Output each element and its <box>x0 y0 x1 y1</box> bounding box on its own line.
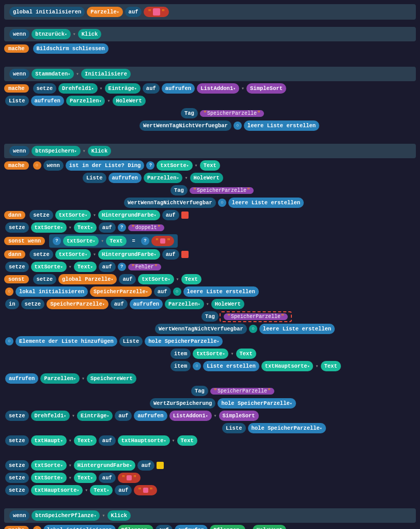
parzelle-var[interactable]: Parzelle <box>87 7 122 17</box>
auf-keyword: auf <box>125 7 142 17</box>
eintraege-pill[interactable]: Einträge <box>105 83 141 94</box>
pflanzen2-pill[interactable]: Pflanzen <box>210 525 245 529</box>
sonst-row: sonst setze global Parzelle auf txtSorte… <box>4 274 416 285</box>
text-sonst-1[interactable]: Text <box>181 274 201 284</box>
leere-liste-pill-2[interactable]: leere Liste erstellen <box>228 198 304 208</box>
text-sw-1[interactable]: Text <box>106 236 126 246</box>
holewert-pflanze-pill[interactable]: HoleWert <box>253 525 286 529</box>
pflanzen-var-pill[interactable]: Pflanzen <box>118 525 153 529</box>
wert-wenn-tag-row-1: WertWennTagNichtVerfuegbar ○ leere Liste… <box>138 120 416 131</box>
dann-row-4: setze txtSorte ▾ Text auf ? "Fehler" <box>4 261 416 273</box>
txthaupt-sp-pill[interactable]: txtHaupt <box>31 435 67 446</box>
hintergrundfarbe-dann-3[interactable]: HintergrundFarbe <box>98 249 160 260</box>
klick-pill-2[interactable]: Klick <box>88 146 112 156</box>
simplesort-pill[interactable]: SimpleSort <box>246 83 286 94</box>
eintraege-sp-pill[interactable]: Einträge <box>77 411 113 421</box>
auf-pflanze-1: auf <box>155 525 173 529</box>
klick-pflanze-pill[interactable]: Klick <box>107 510 131 521</box>
aufrufen-pill-1[interactable]: aufrufen <box>162 83 195 94</box>
txtsorte-reset-2[interactable]: txtSorte <box>31 473 67 483</box>
setze-drehfeld-row: setze Drehfeld1 ▾ Einträge auf aufrufen … <box>4 410 416 421</box>
txtsorte-dann-3[interactable]: txtSorte <box>55 249 91 260</box>
text-haupt-1[interactable]: Text <box>321 361 341 371</box>
txtsorte-pill-1[interactable]: txtSorte <box>157 160 192 171</box>
text-reset-2[interactable]: Text <box>74 473 97 483</box>
leere-liste-lokal[interactable]: leere Liste erstellen <box>183 286 259 297</box>
aufrufen-pflanze-pill[interactable]: aufrufen <box>175 525 208 529</box>
listaddon1-sp-pill[interactable]: ListAddon1 <box>169 411 212 421</box>
circle-icon-4: ○ <box>218 199 226 207</box>
listaddon1-pill[interactable]: ListAddon1 <box>197 83 239 94</box>
text-dann-4[interactable]: Text <box>74 262 97 272</box>
pink-reset-str-2: "" <box>134 485 157 495</box>
tag-keyword-2: Tag <box>170 185 188 195</box>
initialisiere-pill[interactable]: Initialisiere <box>81 69 131 79</box>
parzellen-in-pill[interactable]: Parzellen <box>165 299 204 309</box>
btn-pflanze-pill[interactable]: btnSpeicherPflanze <box>32 510 100 521</box>
text-reset-3[interactable]: Text <box>90 485 113 495</box>
drehfeld1-pill[interactable]: Drehfeld1 <box>58 83 98 94</box>
txtsorte-item-1[interactable]: txtSorte <box>193 349 228 359</box>
global-init-row: global initialisieren Parzelle auf " " <box>4 4 416 20</box>
hintergrundfarbe-dann-1[interactable]: HintergrundFarbe <box>98 210 160 220</box>
stammdaten-section: wenn Stammdaten ▾ Initialisiere mache se… <box>4 67 416 131</box>
ist-in-liste-pill[interactable]: ist in der Liste? Ding <box>66 160 145 171</box>
lokal-init-pflanze[interactable]: lokal initialisieren <box>43 525 116 529</box>
aufrufen-in-pill[interactable]: aufrufen <box>130 299 163 309</box>
wert-tag-in-keyword: WertWennTagNichtVerfuegbar <box>155 324 247 334</box>
txthaupt-reset-pill[interactable]: txtHauptsorte <box>31 485 83 495</box>
aufrufen-pill-2[interactable]: aufrufen <box>31 96 64 106</box>
parzellen-sp-pill[interactable]: Parzellen <box>40 373 80 384</box>
txtsorte-dann-4[interactable]: txtSorte <box>31 262 67 272</box>
text-item-1[interactable]: Text <box>236 349 256 359</box>
txtsorte-sonst-1[interactable]: txtSorte <box>138 274 174 284</box>
sonst-wenn-label: sonst wenn <box>4 237 45 245</box>
bildschirm-pill[interactable]: Bildschirm schliessen <box>33 43 108 54</box>
btn-speichern-pill[interactable]: btnSpeichern <box>32 146 80 156</box>
hintergrundfarbe-reset-1[interactable]: HintergrundFarbe <box>74 460 136 471</box>
txtsorte-dann-2[interactable]: txtSorte <box>31 222 67 233</box>
txthaupt-pill-1[interactable]: txtHauptsorte <box>261 361 314 371</box>
holewert-in-pill[interactable]: HoleWert <box>211 299 244 309</box>
liste-erstellen-pill[interactable]: Liste erstellen <box>203 361 259 371</box>
setze-reset-2: setze <box>5 473 29 483</box>
back-button-section: wenn btnzurück ▾ Klick mache Bildschirm … <box>4 27 416 54</box>
txtsorte-sw-1[interactable]: txtSorte <box>63 236 99 246</box>
btn-back-pill[interactable]: btnzurück <box>32 29 71 39</box>
speichere-wert-pill[interactable]: SpeichereWert <box>87 373 136 384</box>
pink-val-sw[interactable]: "" <box>151 236 175 246</box>
parzellen-inner-pill[interactable]: Parzellen <box>144 173 183 183</box>
txthaupt-sorte-pill[interactable]: txtHauptsorte <box>118 435 170 446</box>
drehfeld1-sp-pill[interactable]: Drehfeld1 <box>31 411 70 421</box>
txtsorte-dann-1[interactable]: txtSorte <box>55 210 91 220</box>
init-value[interactable]: " " <box>144 7 169 17</box>
aufrufen-inner-pill[interactable]: aufrufen <box>108 173 142 183</box>
holewert-pill-1[interactable]: HoleWert <box>113 96 146 106</box>
hole-sp-pill[interactable]: hole SpeicherParzelle <box>145 336 223 346</box>
simplesort-sp-pill[interactable]: SimpleSort <box>219 411 259 421</box>
aufrufen-sp-pill[interactable]: aufrufen <box>5 373 38 384</box>
txtsorte-reset-1[interactable]: txtSorte <box>31 460 67 471</box>
lokal-init-pill[interactable]: lokal initialisieren <box>15 286 88 297</box>
auf-txthaupt: auf <box>99 435 116 446</box>
elemente-hinzu-pill[interactable]: Elemente der Liste hinzufügen <box>15 336 117 346</box>
holewert-inner-pill[interactable]: HoleWert <box>190 173 223 183</box>
text-sp-pill[interactable]: Text <box>74 435 97 446</box>
stammdaten-pill[interactable]: Stammdaten <box>32 69 74 79</box>
liste-inner-row: Liste aufrufen Parzellen ▾ HoleWert <box>82 172 416 184</box>
hole-sp3-pill[interactable]: hole SpeicherParzelle <box>248 423 326 433</box>
leere-liste-in[interactable]: leere Liste erstellen <box>259 324 335 334</box>
global-parzelle-pill[interactable]: global Parzelle <box>58 274 117 284</box>
wenn-speichern-row: wenn btnSpeichern ▾ Klick <box>4 144 416 158</box>
text-pill-1[interactable]: Text <box>200 160 220 171</box>
leere-liste-pill-1[interactable]: leere Liste erstellen <box>244 120 319 131</box>
setze-dann-4: setze <box>5 262 29 272</box>
speicher-parzelle-var[interactable]: SpeicherParzelle <box>90 286 152 297</box>
text-sp-2[interactable]: Text <box>177 435 197 446</box>
hole-sp2-pill[interactable]: hole SpeicherParzelle <box>217 398 295 409</box>
aufrufen-drehfeld-pill[interactable]: aufrufen <box>134 411 167 421</box>
klick-pill[interactable]: Klick <box>78 29 102 39</box>
text-dann-2[interactable]: Text <box>74 222 97 233</box>
speicher-parzelle-in-pill[interactable]: SpeicherParzelle <box>46 299 108 309</box>
parzellen-pill-1[interactable]: Parzellen <box>66 96 105 106</box>
